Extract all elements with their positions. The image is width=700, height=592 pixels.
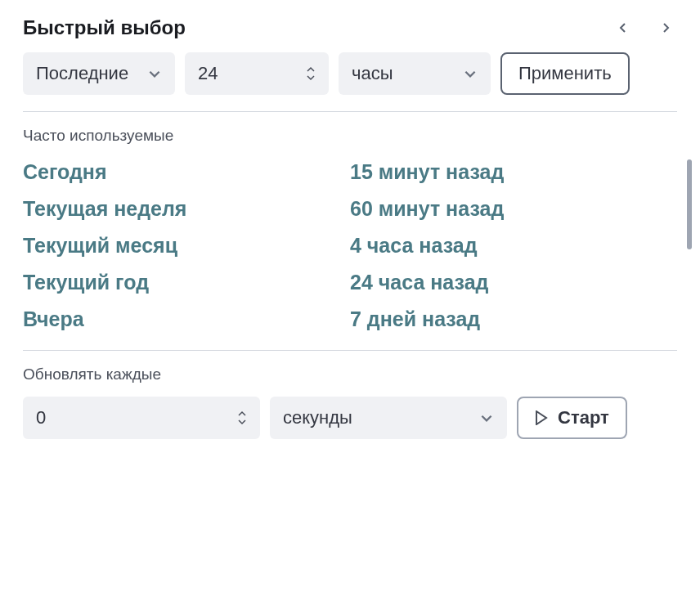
preset-15min[interactable]: 15 минут назад	[350, 158, 677, 186]
start-button[interactable]: Старт	[517, 397, 627, 439]
play-icon	[535, 410, 548, 425]
preset-24hours[interactable]: 24 часа назад	[350, 268, 677, 297]
page-title: Быстрый выбор	[23, 16, 186, 39]
chevron-down-icon	[479, 410, 494, 425]
tense-select-value: Последние	[36, 63, 128, 84]
chevron-down-icon	[238, 419, 246, 425]
time-value-input[interactable]: 24	[185, 52, 329, 95]
chevron-down-icon	[147, 66, 162, 81]
chevron-up-icon	[307, 66, 315, 73]
refresh-value: 0	[36, 407, 46, 428]
preset-this-year[interactable]: Текущий год	[23, 268, 350, 297]
time-value: 24	[198, 63, 218, 84]
scrollbar[interactable]	[687, 159, 692, 249]
commonly-used-title: Часто используемые	[23, 127, 677, 145]
start-button-label: Старт	[558, 407, 609, 428]
refresh-title: Обновлять каждые	[23, 366, 677, 383]
time-unit-select[interactable]: часы	[339, 52, 491, 95]
stepper-controls	[306, 65, 316, 82]
refresh-value-input[interactable]: 0	[23, 397, 260, 439]
chevron-down-icon	[307, 74, 315, 81]
stepper-up[interactable]	[306, 65, 316, 74]
preset-4hours[interactable]: 4 часа назад	[350, 231, 677, 260]
time-unit-value: часы	[352, 63, 393, 84]
refresh-unit-value: секунды	[283, 407, 352, 428]
divider	[23, 111, 677, 112]
chevron-right-icon	[659, 21, 672, 34]
preset-60min[interactable]: 60 минут назад	[350, 195, 677, 223]
preset-yesterday[interactable]: Вчера	[23, 305, 350, 334]
stepper-up[interactable]	[237, 410, 247, 418]
chevron-down-icon	[463, 66, 478, 81]
preset-this-month[interactable]: Текущий месяц	[23, 231, 350, 260]
preset-today[interactable]: Сегодня	[23, 158, 350, 186]
tense-select[interactable]: Последние	[23, 52, 175, 95]
apply-button[interactable]: Применить	[500, 52, 630, 95]
stepper-down[interactable]	[306, 74, 316, 82]
stepper-controls	[237, 410, 247, 426]
chevron-up-icon	[238, 410, 246, 417]
divider	[23, 350, 677, 351]
chevron-left-icon	[617, 21, 630, 34]
preset-7days[interactable]: 7 дней назад	[350, 305, 677, 334]
preset-this-week[interactable]: Текущая неделя	[23, 195, 350, 223]
svg-marker-0	[536, 411, 546, 424]
previous-button[interactable]	[612, 16, 635, 39]
next-button[interactable]	[654, 16, 677, 39]
refresh-unit-select[interactable]: секунды	[270, 397, 507, 439]
stepper-down[interactable]	[237, 418, 247, 426]
